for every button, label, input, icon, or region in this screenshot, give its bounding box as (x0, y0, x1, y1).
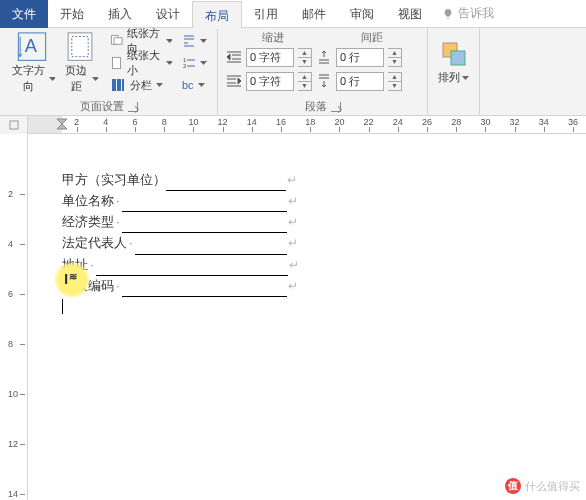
breaks-icon (182, 34, 196, 48)
size-button[interactable]: 纸张大小 (106, 52, 176, 74)
tab-mailings[interactable]: 邮件 (290, 0, 338, 28)
spacing-header: 间距 (323, 30, 422, 46)
svg-rect-7 (112, 79, 116, 91)
arrange-icon (440, 40, 468, 68)
document-line[interactable]: 法定代表人· ↵ (62, 233, 552, 254)
line-numbers-button[interactable]: 12 (178, 52, 211, 74)
breaks-button[interactable] (178, 30, 211, 52)
arrange-button[interactable]: 排列 (434, 30, 473, 96)
tab-references[interactable]: 引用 (242, 0, 290, 28)
spin-down[interactable]: ▼ (388, 58, 401, 66)
hyphenation-button[interactable]: bc (178, 74, 211, 96)
tab-layout[interactable]: 布局 (192, 1, 242, 29)
document-line[interactable]: 地址· ↵ (62, 255, 552, 276)
spacing-after-icon (316, 74, 332, 88)
page-setup-label: 页面设置 (80, 99, 124, 114)
svg-rect-13 (451, 51, 465, 65)
watermark-logo-icon: 值 (505, 478, 521, 494)
spin-down[interactable]: ▼ (388, 82, 401, 90)
text-direction-button[interactable]: A 文字方向 (6, 30, 59, 96)
indent-right-input[interactable]: 0 字符 (246, 72, 294, 91)
text-direction-icon: A (16, 32, 48, 61)
line-numbers-icon: 12 (182, 56, 196, 70)
tellme-label: 告诉我 (458, 5, 494, 22)
tellme-bulb-icon (442, 8, 454, 20)
dropdown-icon (200, 39, 207, 43)
document-area: 2468101214 I≋ 甲方（实习单位） ↵单位名称· ↵经济类型· ↵法定… (0, 134, 586, 500)
group-page-setup: A 文字方向 页边距 纸张方向 纸张大小 (0, 28, 218, 115)
document-page[interactable]: I≋ 甲方（实习单位） ↵单位名称· ↵经济类型· ↵法定代表人· ↵地址· ↵… (28, 134, 586, 500)
tab-design[interactable]: 设计 (144, 0, 192, 28)
group-paragraph: 缩进 间距 0 字符 ▲▼ 0 行 ▲▼ 0 字符 (218, 28, 428, 115)
page-size-icon (110, 55, 123, 71)
columns-button[interactable]: 分栏 (106, 74, 176, 96)
orientation-icon (110, 33, 123, 49)
tab-file[interactable]: 文件 (0, 0, 48, 28)
indent-left-icon (226, 50, 242, 64)
dropdown-icon (200, 61, 207, 65)
columns-icon (110, 77, 126, 93)
ruler-vertical[interactable]: 2468101214 (0, 134, 28, 500)
tell-me-search[interactable]: 告诉我 (434, 5, 502, 22)
indent-header: 缩进 (224, 30, 323, 46)
spin-up[interactable]: ▲ (388, 73, 401, 82)
ruler-corner (0, 116, 28, 134)
columns-label: 分栏 (130, 78, 152, 93)
spin-up[interactable]: ▲ (388, 49, 401, 58)
svg-rect-6 (112, 57, 120, 68)
indent-left-row: 0 字符 ▲▼ (226, 46, 312, 68)
group-arrange: 排列 (428, 28, 480, 115)
svg-text:2: 2 (183, 63, 187, 69)
document-line[interactable]: 经济类型· ↵ (62, 212, 552, 233)
spacing-before-row: 0 行 ▲▼ (316, 46, 402, 68)
spin-up[interactable]: ▲ (298, 49, 311, 58)
spin-up[interactable]: ▲ (298, 73, 311, 82)
dropdown-icon (156, 83, 163, 87)
paragraph-label: 段落 (305, 99, 327, 114)
arrange-label: 排列 (438, 70, 460, 85)
spacing-before-input[interactable]: 0 行 (336, 48, 384, 67)
tab-insert[interactable]: 插入 (96, 0, 144, 28)
tab-view[interactable]: 视图 (386, 0, 434, 28)
ribbon: A 文字方向 页边距 纸张方向 纸张大小 (0, 28, 586, 116)
svg-rect-8 (117, 79, 121, 91)
ruler-horizontal[interactable]: 24681012141618202224262830323436 (0, 116, 586, 134)
margins-icon (66, 32, 94, 61)
paragraph-launcher[interactable] (331, 102, 341, 112)
svg-rect-14 (10, 121, 18, 129)
dropdown-icon (49, 77, 55, 81)
watermark-text: 什么值得买 (525, 479, 580, 494)
svg-rect-5 (114, 38, 122, 44)
document-line[interactable]: 甲方（实习单位） ↵ (62, 170, 552, 191)
dropdown-icon (92, 77, 98, 81)
dropdown-icon (198, 83, 205, 87)
dropdown-icon (166, 61, 172, 65)
spin-down[interactable]: ▼ (298, 82, 311, 90)
spacing-after-row: 0 行 ▲▼ (316, 70, 402, 92)
svg-rect-9 (122, 79, 124, 91)
indent-right-icon (226, 74, 242, 88)
watermark: 值 什么值得买 (505, 478, 580, 494)
indent-left-input[interactable]: 0 字符 (246, 48, 294, 67)
hyphenation-label: bc (182, 79, 194, 91)
spacing-after-input[interactable]: 0 行 (336, 72, 384, 91)
ribbon-tabs: 文件 开始 插入 设计 布局 引用 邮件 审阅 视图 告诉我 (0, 0, 586, 28)
dropdown-icon (462, 76, 469, 80)
indent-right-row: 0 字符 ▲▼ (226, 70, 312, 92)
text-direction-label: 文字方向 (10, 63, 47, 94)
document-line[interactable]: 邮政编码· ↵ (62, 276, 552, 297)
page-setup-launcher[interactable] (128, 102, 138, 112)
spacing-before-icon (316, 50, 332, 64)
margins-button[interactable]: 页边距 (59, 30, 102, 96)
document-line[interactable]: 单位名称· ↵ (62, 191, 552, 212)
spin-down[interactable]: ▼ (298, 58, 311, 66)
margins-label: 页边距 (63, 63, 91, 94)
dropdown-icon (166, 39, 172, 43)
svg-text:A: A (25, 35, 38, 56)
tab-review[interactable]: 审阅 (338, 0, 386, 28)
tab-home[interactable]: 开始 (48, 0, 96, 28)
